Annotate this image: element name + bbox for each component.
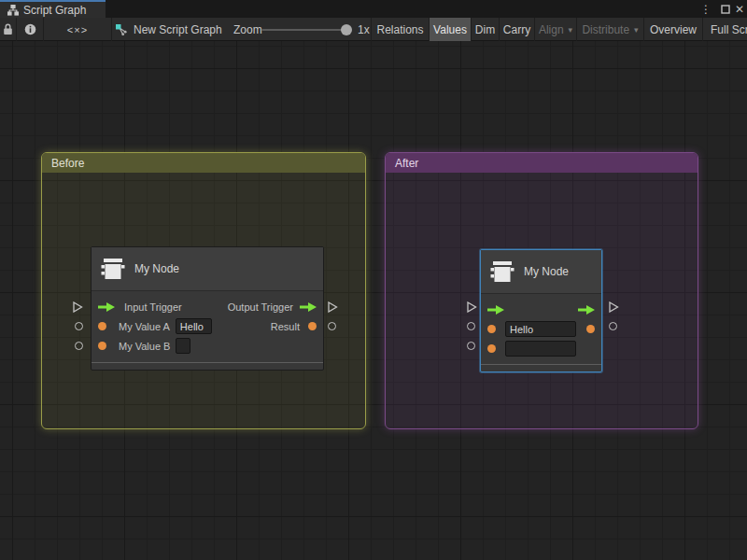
value-b-row: My Value B [92,336,323,356]
fullscreen-label: Full Screen [711,23,747,36]
values-label: Values [433,23,467,36]
group-after-header[interactable]: After [386,153,698,173]
output-trigger-label: Output Trigger [228,301,293,313]
tab-label: Script Graph [23,4,86,17]
after-value-a-outer-port-icon[interactable] [467,322,475,330]
result-port-icon[interactable] [308,322,317,330]
zoom-slider-track[interactable] [261,29,347,31]
zoom-slider-handle[interactable] [341,24,352,35]
value-b-label: My Value B [119,341,170,352]
value-a-field[interactable] [176,318,212,334]
value-b-port-icon[interactable] [487,344,496,353]
unit-icon [490,259,514,285]
info-button[interactable] [17,18,44,41]
align-label: Align [539,23,564,36]
values-button[interactable]: Values [430,18,472,41]
group-before-title: Before [51,157,84,170]
window-maximize-icon[interactable] [721,0,730,18]
unit-icon [101,256,125,282]
value-b-port-icon[interactable] [98,342,106,350]
output-trigger-port-icon[interactable] [578,305,595,315]
window-close-icon[interactable]: ✕ [735,0,744,18]
before-result-outer-port-icon[interactable] [328,322,336,330]
before-input-trigger-outer-port-icon[interactable] [72,301,83,313]
dim-button[interactable]: Dim [472,18,500,41]
value-a-label: My Value A [119,321,170,332]
result-label: Result [271,321,300,332]
script-graph-icon [115,18,128,41]
lock-button[interactable] [0,18,17,41]
value-a-port-icon[interactable] [98,322,106,330]
trigger-row [481,300,601,319]
script-graph-window: Script Graph ⋮ ✕ <×> [0,0,747,560]
node-before-footer [92,362,323,370]
graph-hierarchy-icon [7,5,19,16]
after-output-trigger-outer-port-icon[interactable] [608,301,619,313]
node-before[interactable]: My Node Input Trigger Output Trigger [91,246,324,371]
node-after-footer [481,364,601,371]
result-port-icon[interactable] [586,325,595,333]
relations-button[interactable]: Relations [371,18,430,41]
overview-label: Overview [650,23,697,36]
after-result-outer-port-icon[interactable] [609,322,617,330]
dim-label: Dim [475,23,495,36]
info-icon [24,23,36,35]
input-trigger-label: Input Trigger [124,301,182,313]
after-input-trigger-outer-port-icon[interactable] [466,301,477,313]
zoom-value: 1x [358,18,370,41]
value-b-field[interactable] [505,341,576,357]
input-trigger-port-icon[interactable] [487,305,504,315]
carry-label: Carry [503,23,530,36]
node-after[interactable]: My Node [480,249,602,372]
window-menu-icon[interactable]: ⋮ [700,0,712,18]
graph-canvas[interactable]: Before After My Nod [0,41,747,560]
fullscreen-button[interactable]: Full Screen [703,18,747,41]
code-view-button[interactable]: <×> [44,18,112,41]
tab-script-graph[interactable]: Script Graph [0,0,106,18]
distribute-dropdown-icon: ▾ [634,25,639,35]
zoom-label: Zoom [233,18,262,41]
node-after-rows [481,294,601,358]
trigger-row: Input Trigger Output Trigger [92,297,323,316]
before-value-b-outer-port-icon[interactable] [75,342,83,350]
lock-icon [3,23,13,35]
toolbar: <×> New Script Graph Zoom 1x Relations V… [0,18,747,41]
carry-button[interactable]: Carry [500,18,535,41]
tab-bar: Script Graph ⋮ ✕ [0,0,747,18]
value-a-field[interactable] [505,321,576,337]
value-b-field[interactable] [176,338,190,354]
group-after-title: After [395,157,418,170]
align-dropdown-icon: ▾ [569,25,573,35]
align-button[interactable]: Align ▾ [535,18,577,41]
graph-name-label: New Script Graph [134,18,222,41]
node-before-rows: Input Trigger Output Trigger My Value A … [92,291,323,356]
node-after-title: My Node [524,265,569,278]
distribute-label: Distribute [582,23,629,36]
node-after-header[interactable]: My Node [481,250,601,294]
code-icon: <×> [67,24,88,35]
node-before-header[interactable]: My Node [92,247,323,291]
value-b-row [481,339,601,358]
distribute-button[interactable]: Distribute ▾ [577,18,644,41]
value-a-row [481,319,601,339]
input-trigger-port-icon[interactable] [98,302,115,312]
after-value-b-outer-port-icon[interactable] [467,342,475,350]
value-a-row: My Value A Result [92,316,323,336]
node-before-title: My Node [134,262,179,275]
before-output-trigger-outer-port-icon[interactable] [327,301,338,313]
group-before-header[interactable]: Before [42,153,365,173]
output-trigger-port-icon[interactable] [300,302,317,312]
before-value-a-outer-port-icon[interactable] [75,322,83,330]
relations-label: Relations [376,23,423,36]
value-a-port-icon[interactable] [487,325,496,333]
overview-button[interactable]: Overview [644,18,703,41]
